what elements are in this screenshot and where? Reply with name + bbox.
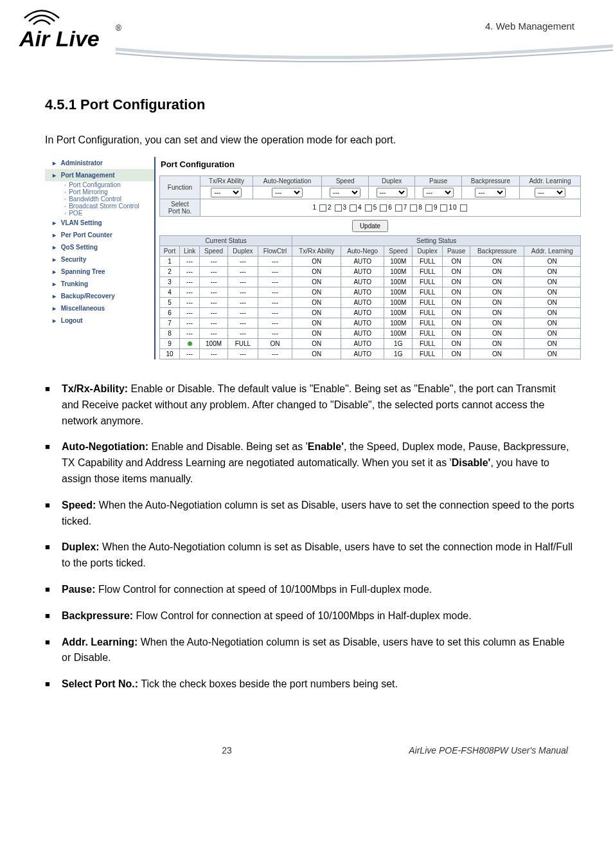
col-addr: Addr. Learning — [519, 176, 580, 186]
bullet-icon: ◦ — [64, 203, 66, 210]
status-header-10: Backpressure — [470, 246, 524, 257]
function-select-3[interactable]: --- — [377, 188, 407, 197]
sidebar-subitem-1[interactable]: ◦Port Mirroring — [45, 188, 154, 195]
port-checkbox-7[interactable] — [410, 204, 417, 212]
port-checkbox-3[interactable] — [350, 204, 357, 212]
port-checkbox-10[interactable] — [460, 204, 467, 212]
cell: ON — [442, 318, 470, 329]
function-select-4[interactable]: --- — [423, 188, 454, 197]
function-select-6[interactable]: --- — [535, 188, 565, 197]
item-duplex: Duplex: When the Auto-Negotiation column… — [45, 539, 574, 572]
item-speed-label: Speed: — [62, 500, 96, 511]
status-header-5: Tx/Rx Ability — [292, 246, 341, 257]
sidebar-subitem-2[interactable]: ◦Bandwidth Control — [45, 195, 154, 203]
cell: AUTO — [341, 287, 384, 298]
sidebar-item-administrator[interactable]: ▸ Administrator — [45, 157, 154, 169]
port-checkbox-4[interactable] — [365, 204, 372, 212]
status-header-7: Speed — [384, 246, 413, 257]
cell: --- — [258, 318, 292, 329]
table-row: 6------------ONAUTO100MFULLONONON — [160, 308, 581, 318]
cell: --- — [180, 267, 200, 277]
sidebar-item-backup-recovery[interactable]: ▸ Backup/Recovery — [45, 290, 154, 302]
function-select-0[interactable]: --- — [211, 188, 242, 197]
description-list: Tx/Rx-Ability: Enable or Disable. The de… — [45, 381, 581, 692]
cell: FULL — [228, 339, 258, 349]
cell: ON — [470, 349, 524, 359]
cell: ON — [524, 277, 580, 287]
sidebar-item-spanning-tree[interactable]: ▸ Spanning Tree — [45, 266, 154, 278]
sidebar-item-security[interactable]: ▸ Security — [45, 253, 154, 266]
cell: ON — [258, 339, 292, 349]
port-checkbox-2[interactable] — [335, 204, 342, 212]
cell: ON — [524, 329, 580, 339]
cell: --- — [228, 298, 258, 308]
function-select-1[interactable]: --- — [272, 188, 303, 197]
cell — [180, 339, 200, 349]
cell: 100M — [384, 318, 413, 329]
chevron-right-icon: ▸ — [53, 231, 59, 239]
main-panel: Port Configuration Function Tx/Rx Abilit… — [155, 157, 581, 359]
logo: Air Live ® — [13, 6, 122, 55]
function-select-2[interactable]: --- — [330, 188, 360, 197]
port-checkbox-5[interactable] — [380, 204, 387, 212]
item-duplex-label: Duplex: — [62, 541, 100, 552]
item-select-label: Select Port No.: — [62, 678, 138, 689]
cell: FULL — [413, 298, 443, 308]
cell: FULL — [413, 339, 443, 349]
cell: FULL — [413, 318, 443, 329]
chevron-right-icon: ▸ — [53, 280, 59, 287]
cell: 100M — [384, 298, 413, 308]
port-checkbox-9[interactable] — [440, 204, 447, 212]
intro-text: In Port Configuration, you can set and v… — [45, 132, 581, 148]
table-row: 10------------ONAUTO1GFULLONONON — [160, 349, 581, 359]
cell: ON — [524, 267, 580, 277]
cell: AUTO — [341, 329, 384, 339]
sidebar-subitem-3[interactable]: ◦Broadcast Storm Control — [45, 203, 154, 210]
update-button[interactable]: Update — [352, 220, 388, 232]
cell: FULL — [413, 267, 443, 277]
table-row: 4------------ONAUTO100MFULLONONON — [160, 287, 581, 298]
cell: 7 — [160, 318, 180, 329]
cell: --- — [180, 298, 200, 308]
cell: ON — [524, 308, 580, 318]
port-number-label-9: 9 — [434, 204, 438, 211]
port-number-label-10: 10 — [449, 204, 457, 211]
chevron-right-icon: ▸ — [53, 172, 59, 179]
port-number-label-5: 5 — [373, 204, 378, 211]
manual-name: AirLive POE-FSH808PW User's Manual — [409, 745, 568, 755]
sidebar-item-per-port-counter[interactable]: ▸ Per Port Counter — [45, 229, 154, 241]
sidebar-item-logout[interactable]: ▸ Logout — [45, 314, 154, 327]
cell: 100M — [384, 277, 413, 287]
cell: ON — [442, 267, 470, 277]
port-checkbox-6[interactable] — [395, 204, 402, 212]
function-select-5[interactable]: --- — [475, 188, 506, 197]
cell: --- — [258, 298, 292, 308]
sidebar-item-trunking[interactable]: ▸ Trunking — [45, 278, 154, 290]
port-checkbox-8[interactable] — [425, 204, 432, 212]
sidebar-item-port-management[interactable]: ▸ Port Management — [45, 169, 154, 181]
cell: 100M — [384, 329, 413, 339]
cell: --- — [200, 298, 228, 308]
sidebar-subitem-4[interactable]: ◦POE — [45, 210, 154, 217]
cell: ON — [470, 308, 524, 318]
cell: 8 — [160, 329, 180, 339]
sidebar-item-miscellaneous[interactable]: ▸ Miscellaneous — [45, 302, 154, 314]
function-label: Function — [160, 176, 200, 199]
item-auto: Auto-Negotiation: Enable and Disable. Be… — [45, 439, 574, 487]
cell: 2 — [160, 267, 180, 277]
setting-status-header: Setting Status — [292, 236, 581, 246]
chevron-right-icon: ▸ — [53, 159, 59, 167]
item-addr-text: When the Auto-Negotiation column is set … — [62, 637, 565, 664]
port-number-label-6: 6 — [388, 204, 393, 211]
sidebar-subitem-0[interactable]: ◦Port Configuration — [45, 181, 154, 188]
cell: ON — [442, 277, 470, 287]
cell: --- — [258, 329, 292, 339]
port-checkbox-1[interactable] — [319, 204, 326, 212]
item-txrx-text: Enable or Disable. The default value is … — [62, 383, 556, 426]
chevron-right-icon: ▸ — [53, 305, 59, 312]
cell: ON — [470, 329, 524, 339]
link-up-icon — [188, 341, 192, 346]
sidebar-item-vlan-setting[interactable]: ▸ VLAN Setting — [45, 217, 154, 229]
cell: FULL — [413, 257, 443, 267]
sidebar-item-qos-setting[interactable]: ▸ QoS Setting — [45, 241, 154, 253]
